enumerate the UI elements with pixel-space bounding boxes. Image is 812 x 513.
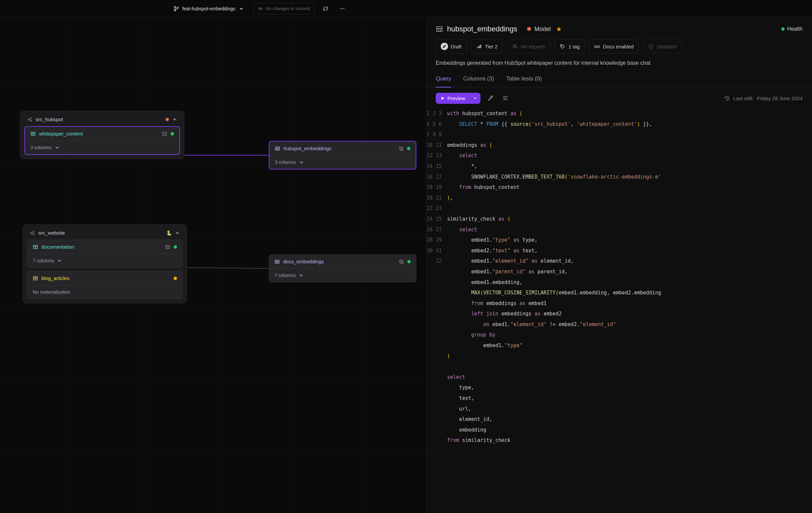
svg-rect-20 xyxy=(400,148,403,151)
svg-point-2 xyxy=(177,7,178,8)
group-title-label: src_website xyxy=(38,230,65,236)
chip-label: No experts xyxy=(521,44,545,50)
node-columns-toggle[interactable]: 3 columns xyxy=(25,141,179,154)
last-edit-label: Last edit: xyxy=(733,95,754,101)
python-icon: 🐍 xyxy=(166,230,172,236)
tab-tests[interactable]: Table tests (0) xyxy=(506,71,542,87)
node-label: hubspot_embeddings xyxy=(284,146,331,151)
chip-experts[interactable]: No experts xyxy=(506,39,550,53)
chip-docs[interactable]: Docs enabled xyxy=(589,39,639,53)
table-icon xyxy=(33,276,38,281)
status-indicator xyxy=(407,260,411,263)
top-bar: feat-hubspot-embeddings No changes to co… xyxy=(0,0,812,17)
svg-point-4 xyxy=(340,8,341,9)
details-panel: hubspot_embeddings ✱ Model ★ Health xyxy=(426,17,812,513)
group-title-label: src_hubspot xyxy=(36,117,63,122)
chip-tier[interactable]: Tier 2 xyxy=(471,39,503,53)
preview-button[interactable]: Preview xyxy=(436,93,470,104)
format-button[interactable] xyxy=(500,92,511,104)
dbt-icon: ✱ xyxy=(526,25,531,33)
svg-rect-23 xyxy=(401,261,403,264)
svg-point-9 xyxy=(30,120,32,121)
svg-point-5 xyxy=(342,8,343,9)
tab-columns[interactable]: Columns (3) xyxy=(463,71,494,87)
node-hubspot-embeddings[interactable]: hubspot_embeddings 3 columns xyxy=(269,141,416,170)
sql-model-icon xyxy=(274,259,280,264)
health-indicator[interactable]: Health xyxy=(781,26,803,32)
chip-draft[interactable]: Draft xyxy=(436,39,467,53)
group-src-hubspot[interactable]: src_hubspot ✱ whitepaper_content xyxy=(20,111,184,159)
svg-point-14 xyxy=(33,234,34,235)
favorite-star-button[interactable]: ★ xyxy=(556,25,562,33)
node-label: docs_embeddings xyxy=(283,259,324,264)
svg-point-8 xyxy=(30,118,32,119)
svg-rect-27 xyxy=(480,45,481,49)
lineage-canvas[interactable]: src_hubspot ✱ whitepaper_content xyxy=(0,17,426,513)
svg-point-13 xyxy=(33,231,34,232)
model-description: Embeddings generated from HubSpot whitep… xyxy=(436,59,803,66)
chevron-down-icon xyxy=(473,96,477,100)
node-sub-label: No materialization xyxy=(33,290,70,295)
status-indicator xyxy=(174,245,177,249)
more-menu-button[interactable] xyxy=(336,3,348,15)
chevron-up-icon[interactable] xyxy=(175,230,180,236)
chevron-up-icon[interactable] xyxy=(172,117,177,122)
svg-rect-25 xyxy=(477,47,478,48)
node-documentation[interactable]: documentation 7 columns xyxy=(27,240,183,268)
node-columns-toggle[interactable]: 7 columns xyxy=(27,254,182,267)
svg-rect-21 xyxy=(275,260,279,263)
chevron-down-icon xyxy=(57,258,62,263)
group-src-website[interactable]: src_website 🐍 documentation xyxy=(23,224,187,303)
preview-label: Preview xyxy=(447,95,465,101)
svg-point-30 xyxy=(561,46,562,46)
svg-rect-22 xyxy=(400,260,402,263)
node-whitepaper-content[interactable]: whitepaper_content 3 columns xyxy=(24,126,180,155)
svg-point-32 xyxy=(598,46,600,48)
table-icon xyxy=(33,244,38,250)
chip-label: Tier 2 xyxy=(485,44,498,50)
pencil-icon xyxy=(441,43,448,50)
code-content[interactable]: with hubspot_content as ( SELECT * FROM … xyxy=(447,109,812,513)
line-gutter: 1 2 3 4 5 6 7 8 9 10 11 12 13 14 15 16 1… xyxy=(426,109,447,513)
node-sub-label: 3 columns xyxy=(30,145,52,150)
node-blog-articles[interactable]: blog_articles No materialization xyxy=(27,271,183,299)
preview-dropdown-button[interactable] xyxy=(470,93,481,104)
last-edit-value: Friday 28 June 2024 xyxy=(757,95,803,101)
history-icon xyxy=(724,95,730,101)
node-columns-toggle[interactable]: 3 columns xyxy=(269,155,416,169)
chevron-down-icon xyxy=(54,145,60,150)
svg-point-28 xyxy=(514,45,515,47)
table-icon xyxy=(30,131,36,137)
bars-icon xyxy=(476,44,483,49)
source-icon xyxy=(27,117,32,122)
copy-icon xyxy=(398,146,404,151)
git-branch-icon xyxy=(174,6,179,11)
chevron-down-icon xyxy=(299,159,304,165)
node-sub-label: 7 columns xyxy=(33,258,54,263)
chip-label: Draft xyxy=(451,44,462,50)
node-sub-text: No materialization xyxy=(27,285,182,299)
svg-point-31 xyxy=(594,46,597,48)
chip-disabled[interactable]: Disabled xyxy=(643,39,682,53)
refresh-icon xyxy=(323,6,328,11)
svg-rect-18 xyxy=(276,147,280,150)
node-label: blog_articles xyxy=(41,275,69,281)
sql-editor[interactable]: 1 2 3 4 5 6 7 8 9 10 11 12 13 14 15 16 1… xyxy=(426,109,812,513)
tab-query[interactable]: Query xyxy=(436,71,451,87)
branch-selector[interactable]: feat-hubspot-embeddings xyxy=(170,4,248,13)
last-edit-info: Last edit: Friday 28 June 2024 xyxy=(724,95,803,101)
svg-rect-19 xyxy=(399,147,402,150)
commit-message: No changes to commit xyxy=(266,6,310,11)
health-dot-icon xyxy=(781,27,785,31)
chip-label: Disabled xyxy=(657,44,676,50)
magic-wand-button[interactable] xyxy=(485,92,496,104)
sql-model-icon xyxy=(436,25,443,33)
sql-model-icon xyxy=(275,146,280,151)
node-docs-embeddings[interactable]: docs_embeddings 7 columns xyxy=(269,254,416,282)
chip-tags[interactable]: 1 tag xyxy=(554,39,585,53)
refresh-button[interactable] xyxy=(320,3,331,15)
node-sub-label: 3 columns xyxy=(275,159,296,165)
ellipsis-icon xyxy=(340,6,345,11)
node-columns-toggle[interactable]: 7 columns xyxy=(269,269,416,282)
svg-rect-16 xyxy=(166,245,170,249)
